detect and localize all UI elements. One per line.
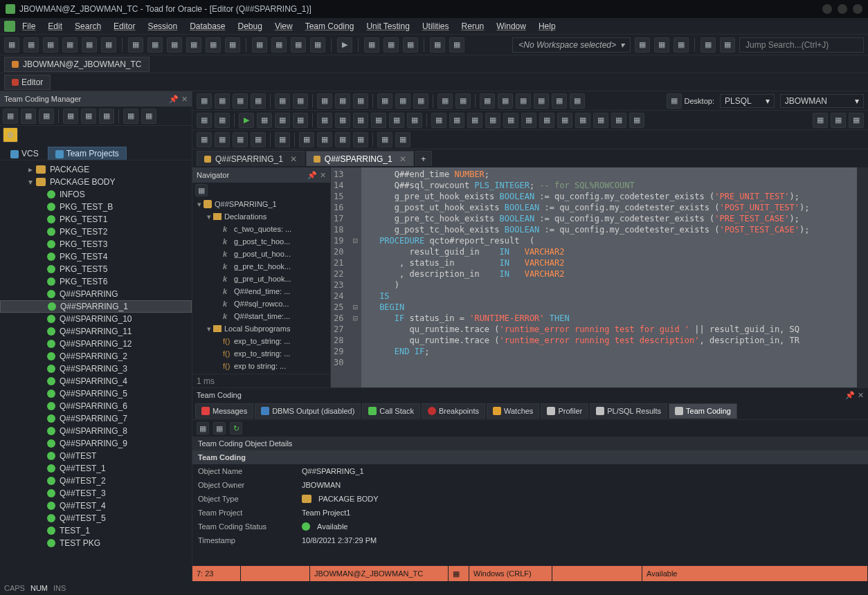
- menu-rerun[interactable]: Rerun: [456, 20, 490, 33]
- toolbar-button[interactable]: ▦: [437, 93, 453, 109]
- pin-icon[interactable]: 📌: [169, 95, 179, 104]
- pin-icon[interactable]: 📌: [307, 171, 317, 180]
- toolbar-button[interactable]: ▦: [335, 93, 350, 109]
- tree-item[interactable]: PKG_TEST5: [0, 263, 192, 275]
- tab-watches[interactable]: Watches: [487, 403, 539, 419]
- navigator-item[interactable]: kg_post_tc_hoo...: [192, 235, 330, 248]
- toolbar-button[interactable]: ▦: [63, 109, 78, 124]
- toolbar-button[interactable]: ▦: [364, 37, 379, 53]
- toolbar-button[interactable]: ▦: [503, 113, 518, 128]
- toolbar-button[interactable]: ▦: [353, 93, 368, 109]
- tree-item[interactable]: Q##TEST_5: [0, 512, 192, 524]
- menu-search[interactable]: Search: [69, 20, 107, 33]
- toolbar-button[interactable]: ▦: [39, 109, 54, 124]
- toolbar-button[interactable]: ▦: [257, 113, 272, 128]
- toolbar-button[interactable]: ▦: [335, 132, 350, 147]
- toolbar-button[interactable]: ▦: [831, 113, 846, 128]
- tab-plsql-results[interactable]: PL/SQL Results: [590, 403, 667, 419]
- tree-item[interactable]: INFOS: [0, 188, 192, 201]
- toolbar-button[interactable]: ▦: [225, 37, 240, 53]
- toolbar-button[interactable]: ▦: [299, 132, 314, 147]
- tree-item[interactable]: Q##SPARRING_5: [0, 387, 192, 400]
- tree-item[interactable]: Q##SPARRING_1: [0, 300, 192, 313]
- toolbar-button[interactable]: ▦: [813, 113, 828, 128]
- toolbar-button[interactable]: ▦: [197, 93, 212, 109]
- toolbar-button[interactable]: ▦: [293, 113, 308, 128]
- tree-item[interactable]: PKG_TEST_B: [0, 201, 192, 213]
- toolbar-button[interactable]: ▦: [552, 93, 567, 109]
- gear-icon[interactable]: ⚙: [3, 127, 18, 143]
- toolbar-button[interactable]: ▦: [215, 132, 230, 147]
- toolbar-button[interactable]: ▦: [395, 132, 410, 147]
- toolbar-button[interactable]: ▦: [293, 93, 308, 109]
- schema-selector[interactable]: JBOWMAN▾: [780, 94, 864, 108]
- toolbar-button[interactable]: ▦: [371, 113, 386, 128]
- tab-team-coding[interactable]: Team Coding: [669, 403, 737, 419]
- tree-item[interactable]: Q##SPARRING_11: [0, 325, 192, 338]
- toolbar-button[interactable]: ▦: [430, 37, 445, 53]
- menu-unit-testing[interactable]: Unit Testing: [361, 20, 415, 33]
- toolbar-button[interactable]: ▦: [449, 37, 464, 53]
- toolbar-button[interactable]: ▦: [167, 37, 182, 53]
- toolbar-button[interactable]: ▶: [337, 37, 352, 53]
- toolbar-button[interactable]: ▦: [539, 113, 554, 128]
- toolbar-button[interactable]: ▦: [720, 37, 735, 53]
- toolbar-button[interactable]: ▦: [431, 113, 446, 128]
- toolbar-button[interactable]: ▦: [206, 37, 221, 53]
- toolbar-button[interactable]: ▦: [413, 93, 428, 109]
- tree-item[interactable]: PKG_TEST2: [0, 226, 192, 238]
- tree-item[interactable]: Q##SPARRING_8: [0, 425, 192, 437]
- tree-item[interactable]: Q##SPARRING: [0, 288, 192, 300]
- menu-team-coding[interactable]: Team Coding: [300, 20, 360, 33]
- toolbar-button[interactable]: ▦: [81, 109, 96, 124]
- tab-breakpoints[interactable]: Breakpoints: [422, 403, 485, 419]
- navigator-item[interactable]: kg_post_ut_hoo...: [192, 248, 330, 260]
- navigator-item[interactable]: kg_pre_ut_hook...: [192, 273, 330, 285]
- toolbar-button[interactable]: ▦: [317, 132, 332, 147]
- connection-tab[interactable]: JBOWMAN@Z_JBOWMAN_TC: [4, 57, 150, 72]
- jump-search-input[interactable]: Jump Search...(Ctrl+J): [739, 37, 864, 53]
- toolbar-button[interactable]: ▦: [593, 113, 608, 128]
- tab-dbms-output[interactable]: DBMS Output (disabled): [255, 403, 361, 419]
- tree-item[interactable]: TEST_1: [0, 524, 192, 537]
- toolbar-button[interactable]: ▦: [141, 109, 156, 124]
- menu-file[interactable]: File: [17, 20, 41, 33]
- navigator-item[interactable]: kQ##start_time:...: [192, 310, 330, 322]
- toolbar-button[interactable]: ▦: [534, 93, 549, 109]
- toolbar-button[interactable]: ▦: [383, 37, 399, 53]
- close-button[interactable]: [853, 4, 862, 14]
- menu-editor[interactable]: Editor: [108, 20, 141, 33]
- navigator-item[interactable]: f()exp to string: ...: [192, 360, 330, 372]
- tab-messages[interactable]: Messages: [195, 403, 253, 419]
- toolbar-button[interactable]: ▦: [377, 132, 392, 147]
- tree-item[interactable]: Q##TEST_2: [0, 475, 192, 487]
- tree-item[interactable]: ▸PACKAGE: [0, 163, 192, 176]
- toolbar-button[interactable]: ▦: [310, 37, 325, 53]
- close-icon[interactable]: ✕: [320, 171, 326, 180]
- toolbar-button[interactable]: ▦: [849, 113, 864, 128]
- scrollbar[interactable]: [857, 167, 868, 387]
- tree-item[interactable]: Q##SPARRING_3: [0, 363, 192, 375]
- toolbar-button[interactable]: ▦: [389, 113, 404, 128]
- file-tab[interactable]: Q##SPARRING_1 ✕: [197, 151, 305, 166]
- navigator-item[interactable]: f()exp_to_string: ...: [192, 347, 330, 360]
- toolbar-button[interactable]: ▦: [252, 37, 267, 53]
- toolbar-button[interactable]: ▦: [467, 113, 482, 128]
- toolbar-button[interactable]: ▦: [317, 93, 332, 109]
- toolbar-button[interactable]: ▦: [43, 37, 58, 53]
- tree-item[interactable]: ▾PACKAGE BODY: [0, 176, 192, 188]
- toolbar-button[interactable]: ▦: [407, 113, 422, 128]
- toolbar-button[interactable]: ▦: [197, 132, 212, 147]
- toolbar-button[interactable]: ▦: [654, 37, 669, 53]
- navigator-item[interactable]: ▾Q##SPARRING_1: [192, 198, 330, 210]
- toolbar-button[interactable]: ▦: [485, 113, 500, 128]
- object-tree[interactable]: ▸PACKAGE▾PACKAGE BODYINFOSPKG_TEST_BPKG_…: [0, 161, 192, 581]
- refresh-button[interactable]: ↻: [230, 422, 242, 434]
- toolbar-button[interactable]: ▦: [4, 37, 19, 53]
- navigator-item[interactable]: kg_pre_tc_hook...: [192, 260, 330, 273]
- navigator-item[interactable]: kc_two_quotes: ...: [192, 223, 330, 235]
- toolbar-button[interactable]: ▦: [123, 109, 138, 124]
- toolbar-button[interactable]: ▦: [62, 37, 78, 53]
- tree-item[interactable]: Q##TEST_3: [0, 487, 192, 500]
- tree-item[interactable]: PKG_TEST6: [0, 275, 192, 288]
